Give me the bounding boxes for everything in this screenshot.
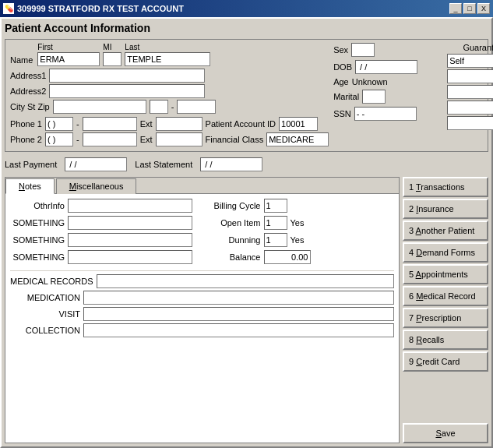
marital-input[interactable]: [362, 90, 386, 104]
medical-records-row: MEDICAL RECORDS: [10, 274, 394, 288]
medical-record-button[interactable]: 6 Medical Record: [403, 286, 488, 306]
tab-notes[interactable]: Notes: [5, 178, 55, 194]
balance-input[interactable]: [264, 250, 311, 264]
age-label: Age: [333, 77, 349, 86]
financial-class-input[interactable]: [266, 132, 329, 146]
demand-forms-button[interactable]: 4 Demand Forms: [403, 242, 488, 263]
close-button[interactable]: X: [477, 3, 490, 14]
address2-input[interactable]: [49, 84, 205, 98]
visit-input[interactable]: [83, 307, 394, 321]
guarantor-row5: [447, 116, 493, 130]
billing-cycle-input[interactable]: [264, 199, 287, 213]
something2-input[interactable]: [68, 233, 192, 247]
last-label: Last: [125, 43, 139, 51]
prescription-button[interactable]: 7 Prescription: [403, 308, 488, 328]
guarantor-row2: [447, 69, 493, 83]
citystzip-row: City St Zip -: [10, 100, 329, 114]
last-payment-input[interactable]: [65, 157, 127, 171]
address1-input[interactable]: [49, 69, 205, 83]
phone2-ext-input[interactable]: [156, 132, 202, 146]
title-bar-buttons: _ □ X: [449, 3, 490, 14]
othrinfo-input[interactable]: [68, 199, 192, 213]
phone1-input[interactable]: [83, 117, 137, 131]
tab-miscellaneous[interactable]: Miscellaneous: [56, 178, 137, 194]
zip-input[interactable]: [177, 100, 216, 114]
last-statement-input[interactable]: [200, 157, 262, 171]
tab-notes-label: otes: [25, 182, 41, 191]
tab-misc-underline: M: [69, 182, 76, 191]
right-buttons: 1 Transactions 2 Insurance 3 Another Pat…: [403, 177, 488, 443]
tabs-and-buttons: Notes Miscellaneous OthrInfo SOMETH: [5, 177, 488, 443]
appointments-button[interactable]: 5 Appointments: [403, 264, 488, 284]
open-item-label: Open Item: [206, 218, 261, 228]
minimize-button[interactable]: _: [449, 3, 462, 14]
phone1-ext-input[interactable]: [156, 117, 202, 131]
dob-label: DOB: [333, 62, 352, 72]
window-title: 309999 STRATFORD RX TEST ACCOUNT: [17, 4, 184, 13]
main-window: Patient Account Information Name First M…: [0, 17, 493, 448]
phone1-area-input[interactable]: [45, 117, 73, 131]
recalls-button[interactable]: 8 Recalls: [403, 330, 488, 350]
patient-fields: Name First MI Last Address1: [10, 43, 329, 148]
notes-left: OthrInfo SOMETHING SOMETHING SOMETH: [10, 199, 199, 267]
something1-row: SOMETHING: [10, 216, 199, 230]
medication-input[interactable]: [83, 291, 394, 305]
last-name-input[interactable]: [125, 52, 210, 66]
financial-class-label: Financial Class: [206, 135, 264, 144]
medical-records-input[interactable]: [97, 274, 394, 288]
medication-row: MEDICATION: [10, 291, 394, 305]
address2-label: Address2: [10, 86, 46, 96]
dob-input[interactable]: [355, 60, 417, 74]
mi-input[interactable]: [103, 52, 121, 66]
billing-cycle-label: Billing Cycle: [206, 201, 261, 210]
phone2-ext-label: Ext: [140, 135, 153, 144]
maximize-button[interactable]: □: [463, 3, 476, 14]
notes-right: Billing Cycle Open Item Yes Dunning Yes: [206, 199, 395, 267]
middle-section: Sex DOB Age Unknown Marital SSN: [333, 43, 442, 148]
phone1-dash: -: [76, 119, 79, 129]
address2-row: Address2: [10, 84, 329, 98]
tab-notes-underline: N: [19, 182, 25, 191]
guarantor-fields: Self: [447, 54, 493, 130]
collection-row: COLLECTION: [10, 323, 394, 337]
something1-input[interactable]: [68, 216, 192, 230]
sex-label: Sex: [333, 45, 348, 55]
city-input[interactable]: [53, 100, 146, 114]
dunning-input[interactable]: [264, 233, 287, 247]
open-item-input[interactable]: [264, 216, 287, 230]
collection-input[interactable]: [83, 323, 394, 337]
first-name-group: First: [37, 43, 100, 66]
guarantor-row3: [447, 85, 493, 99]
first-name-input[interactable]: [37, 52, 100, 66]
credit-card-button[interactable]: 9 Credit Card: [403, 351, 488, 372]
guarantor-self: Self: [447, 54, 493, 68]
tab-misc-label: iscellaneous: [76, 182, 124, 191]
state-input[interactable]: [150, 100, 168, 114]
citystzip-label: City St Zip: [10, 102, 50, 111]
patient-account-id-label: Patient Account ID: [206, 119, 276, 129]
records-section: MEDICAL RECORDS MEDICATION VISIT COLLECT…: [10, 270, 394, 337]
address1-row: Address1: [10, 69, 329, 83]
another-patient-button[interactable]: 3 Another Patient: [403, 220, 488, 241]
something2-row: SOMETHING: [10, 233, 199, 247]
patient-account-id-input[interactable]: [279, 117, 318, 131]
tab-area: Notes Miscellaneous OthrInfo SOMETH: [5, 177, 400, 443]
balance-row: Balance: [206, 250, 395, 264]
payment-row: Last Payment Last Statement: [5, 155, 488, 174]
guarantor-label: Guarantor: [447, 43, 493, 52]
something3-input[interactable]: [68, 250, 192, 264]
ssn-input[interactable]: [354, 107, 417, 121]
phone2-input[interactable]: [83, 132, 137, 146]
save-button[interactable]: Save: [403, 423, 488, 443]
marital-row: Marital: [333, 90, 442, 104]
sex-input[interactable]: [351, 43, 375, 57]
page-title: Patient Account Information: [5, 22, 488, 34]
phone2-area-input[interactable]: [45, 132, 73, 146]
open-item-yes: Yes: [291, 218, 305, 228]
insurance-button[interactable]: 2 Insurance: [403, 199, 488, 219]
tab-content-notes: OthrInfo SOMETHING SOMETHING SOMETH: [5, 193, 399, 443]
last-payment-label: Last Payment: [5, 160, 57, 169]
visit-row: VISIT: [10, 307, 394, 321]
transactions-button[interactable]: 1 Transactions: [403, 177, 488, 197]
phone2-dash: -: [76, 135, 79, 144]
